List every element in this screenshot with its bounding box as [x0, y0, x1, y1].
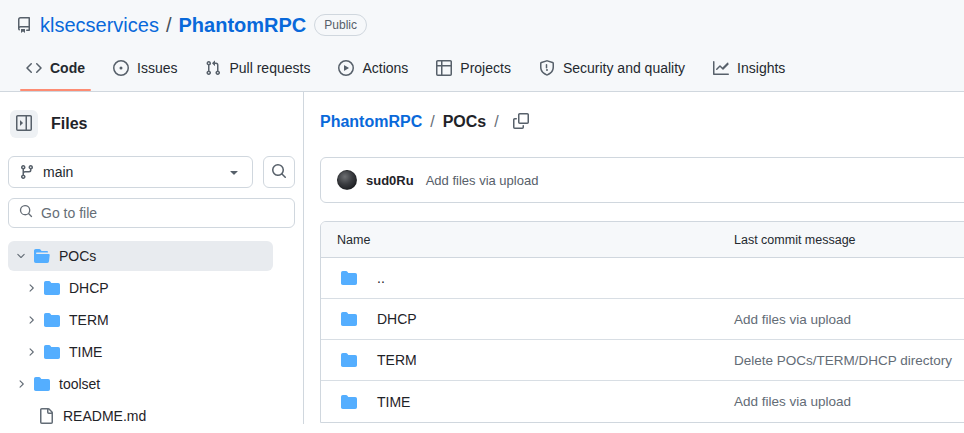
table-row-term[interactable]: TERM Delete POCs/TERM/DHCP directory: [321, 340, 964, 381]
tree-item-term[interactable]: TERM: [18, 305, 273, 335]
tree-item-label: toolset: [59, 376, 100, 392]
file-name-link[interactable]: TERM: [377, 352, 417, 368]
file-list-table: Name Last commit message ..: [320, 221, 964, 423]
repo-content-panel: PhantomRPC / POCs / sud0Ru Add files via…: [304, 92, 964, 424]
repo-nav: Code Issues Pull requests Actions: [0, 44, 964, 91]
copy-path-button[interactable]: [513, 113, 529, 132]
repo-header: klsecservices / PhantomRPC Public Code I…: [0, 0, 964, 92]
tree-item-label: DHCP: [69, 280, 109, 296]
search-icon: [271, 163, 287, 182]
folder-open-icon: [34, 248, 50, 264]
tab-issues[interactable]: Issues: [105, 44, 185, 91]
git-branch-icon: [19, 164, 35, 180]
file-table-header: Name Last commit message: [321, 222, 964, 258]
file-icon: [38, 408, 54, 424]
tab-insights[interactable]: Insights: [705, 44, 793, 91]
graph-icon: [713, 60, 729, 76]
table-row-dhcp[interactable]: DHCP Add files via upload: [321, 299, 964, 340]
table-row-parent-dir[interactable]: ..: [321, 258, 964, 299]
repo-name-link[interactable]: PhantomRPC: [178, 14, 306, 37]
file-name-link[interactable]: DHCP: [377, 311, 417, 327]
tab-security-and-quality-label: Security and quality: [563, 60, 685, 76]
tree-item-readme[interactable]: README.md: [8, 401, 273, 431]
folder-icon: [44, 280, 60, 296]
chevron-right-icon[interactable]: [22, 314, 40, 326]
file-tree: POCs DHCP: [8, 241, 273, 431]
column-header-name: Name: [321, 233, 734, 247]
tree-item-label: TIME: [69, 344, 102, 360]
chevron-right-icon[interactable]: [22, 346, 40, 358]
folder-icon: [341, 270, 357, 286]
issue-opened-icon: [113, 60, 129, 76]
visibility-badge: Public: [314, 14, 367, 36]
breadcrumb-repo-link[interactable]: PhantomRPC: [320, 113, 422, 131]
current-branch-label: main: [43, 164, 73, 180]
tree-item-pocs[interactable]: POCs: [8, 241, 273, 271]
search-icon: [19, 204, 33, 222]
tab-code-label: Code: [50, 60, 85, 76]
tree-item-label: TERM: [69, 312, 109, 328]
tab-pull-requests[interactable]: Pull requests: [197, 44, 318, 91]
breadcrumb-separator: /: [494, 113, 498, 131]
repo-title: klsecservices / PhantomRPC: [40, 14, 306, 37]
github-repo-page: klsecservices / PhantomRPC Public Code I…: [0, 0, 964, 433]
owner-link[interactable]: klsecservices: [40, 14, 159, 37]
breadcrumb-current-folder: POCs: [443, 113, 487, 131]
breadcrumb-separator: /: [430, 113, 434, 131]
commit-message-cell[interactable]: Delete POCs/TERM/DHCP directory: [734, 353, 952, 368]
tab-security-and-quality[interactable]: Security and quality: [531, 44, 693, 91]
chevron-down-icon[interactable]: [12, 250, 30, 262]
folder-icon: [341, 311, 357, 327]
commit-message-cell[interactable]: Add files via upload: [734, 312, 851, 327]
latest-commit-bar[interactable]: sud0Ru Add files via upload: [320, 157, 964, 203]
repo-icon: [16, 17, 32, 33]
folder-icon: [44, 312, 60, 328]
avatar[interactable]: [337, 170, 357, 190]
commit-message-link[interactable]: Add files via upload: [426, 173, 539, 188]
tab-insights-label: Insights: [737, 60, 785, 76]
tab-pull-requests-label: Pull requests: [229, 60, 310, 76]
chevron-right-icon[interactable]: [12, 378, 30, 390]
file-name-link[interactable]: ..: [377, 270, 385, 286]
git-pull-request-icon: [205, 60, 221, 76]
file-name-link[interactable]: TIME: [377, 394, 410, 410]
tree-item-toolset[interactable]: toolset: [8, 369, 273, 399]
tab-actions-label: Actions: [362, 60, 408, 76]
tab-actions[interactable]: Actions: [330, 44, 416, 91]
folder-icon: [341, 352, 357, 368]
play-icon: [338, 60, 354, 76]
go-to-file-field[interactable]: [8, 198, 295, 228]
tab-projects-label: Projects: [460, 60, 511, 76]
go-to-file-input[interactable]: [41, 205, 284, 221]
folder-icon: [44, 344, 60, 360]
search-this-repo-button[interactable]: [263, 156, 295, 188]
sidebar-collapse-icon: [16, 115, 32, 134]
tree-item-label: POCs: [59, 248, 96, 264]
tree-item-dhcp[interactable]: DHCP: [18, 273, 273, 303]
tab-issues-label: Issues: [137, 60, 177, 76]
commit-message-cell[interactable]: Add files via upload: [734, 394, 851, 409]
code-icon: [26, 60, 42, 76]
breadcrumb: PhantomRPC / POCs /: [320, 108, 964, 136]
table-icon: [436, 60, 452, 76]
tree-item-time[interactable]: TIME: [18, 337, 273, 367]
tab-code[interactable]: Code: [18, 44, 93, 91]
folder-icon: [341, 394, 357, 410]
shield-icon: [539, 60, 555, 76]
collapse-sidebar-button[interactable]: [10, 110, 38, 138]
files-panel-title: Files: [51, 115, 87, 133]
copy-icon: [513, 113, 529, 132]
column-header-last-commit: Last commit message: [734, 233, 856, 247]
table-row-time[interactable]: TIME Add files via upload: [321, 381, 964, 422]
chevron-down-icon: [226, 164, 242, 180]
commit-author-link[interactable]: sud0Ru: [366, 173, 414, 188]
chevron-right-icon[interactable]: [22, 282, 40, 294]
folder-icon: [34, 376, 50, 392]
title-separator: /: [166, 14, 172, 37]
files-sidebar: Files main: [0, 92, 304, 424]
tab-projects[interactable]: Projects: [428, 44, 519, 91]
branch-selector[interactable]: main: [8, 156, 253, 188]
tree-item-label: README.md: [63, 408, 146, 424]
